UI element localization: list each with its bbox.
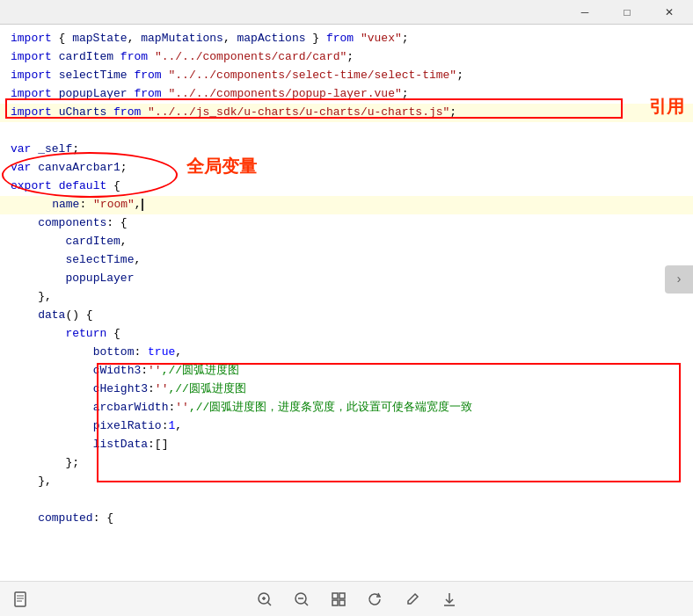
code-line-13: selectTime,	[11, 251, 682, 270]
code-line-21: arcbarWidth:'',//圆弧进度图，进度条宽度，此设置可使各端宽度一致	[11, 399, 682, 417]
svg-rect-14	[339, 600, 345, 605]
chevron-right-icon: ›	[675, 272, 682, 286]
code-line-14: popupLayer	[11, 270, 682, 288]
code-line-18: bottom: true,	[11, 344, 682, 362]
code-line-11: components: {	[11, 214, 682, 233]
title-bar: ─ □ ✕	[0, 0, 693, 25]
grid-button[interactable]	[328, 589, 349, 610]
code-line-6	[11, 122, 682, 141]
close-button[interactable]: ✕	[649, 0, 689, 25]
code-content: import { mapState, mapMutations, mapActi…	[0, 30, 693, 528]
code-line-2: import cardItem from "../../components/c…	[11, 48, 682, 67]
code-line-25: },	[11, 473, 682, 491]
svg-rect-0	[15, 592, 26, 606]
svg-rect-13	[332, 600, 338, 605]
code-line-1: import { mapState, mapMutations, mapActi…	[11, 30, 682, 48]
code-line-16: data() {	[11, 307, 682, 325]
code-line-27: computed: {	[11, 510, 682, 528]
code-line-20: cHeight3:'',//圆弧进度图	[11, 380, 682, 399]
code-line-5: import uCharts from "../../js_sdk/u-char…	[0, 104, 693, 122]
code-line-24: };	[11, 454, 682, 473]
toolbar-center	[254, 589, 460, 610]
next-arrow-button[interactable]: ›	[665, 265, 693, 294]
code-line-10: name: "room",	[0, 196, 693, 214]
code-line-19: cWidth3:'',//圆弧进度图	[11, 362, 682, 380]
code-line-3: import selectTime from "../../components…	[11, 67, 682, 85]
global-var-annotation: 全局变量	[186, 155, 257, 178]
zoom-in-button[interactable]	[254, 589, 275, 610]
code-line-23: listData:[]	[11, 436, 682, 454]
code-line-17: return {	[11, 325, 682, 344]
edit-button[interactable]	[402, 589, 423, 610]
zoom-out-button[interactable]	[291, 589, 312, 610]
svg-line-10	[305, 602, 309, 605]
code-line-4: import popupLayer from "../../components…	[11, 85, 682, 104]
bottom-toolbar	[0, 581, 693, 616]
code-line-8: var canvaArcbar1;	[11, 159, 682, 178]
page-icon[interactable]	[11, 589, 32, 610]
code-line-7: var _self;	[11, 141, 682, 159]
svg-line-7	[268, 602, 272, 605]
code-line-26	[11, 491, 682, 510]
code-area: import { mapState, mapMutations, mapActi…	[0, 25, 693, 581]
toolbar-left	[11, 589, 32, 610]
window-controls: ─ □ ✕	[565, 0, 689, 25]
svg-rect-12	[339, 593, 345, 598]
minimize-button[interactable]: ─	[565, 0, 605, 25]
code-line-15: },	[11, 288, 682, 307]
svg-rect-11	[332, 593, 338, 598]
code-line-9: export default {	[11, 178, 682, 196]
maximize-button[interactable]: □	[607, 0, 647, 25]
refresh-button[interactable]	[365, 589, 386, 610]
code-line-22: pixelRatio:1,	[11, 417, 682, 436]
download-button[interactable]	[439, 589, 460, 610]
import-annotation: 引用	[649, 95, 684, 119]
code-line-12: cardItem,	[11, 233, 682, 251]
kw-import-1: import	[11, 30, 52, 47]
